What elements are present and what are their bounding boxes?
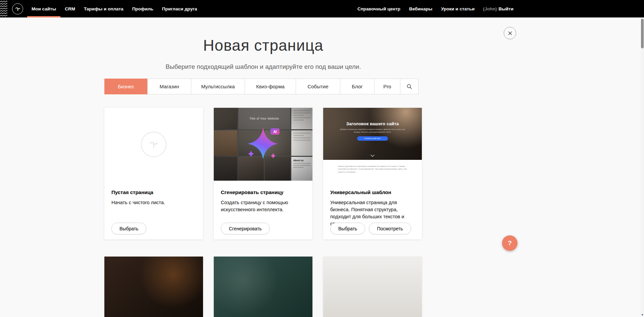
card-actions: Сгенерировать <box>221 223 270 234</box>
tab-pro[interactable]: Pro <box>374 79 400 94</box>
universal-template-preview: Заголовок вашего сайта Добавьте интересн… <box>323 108 422 181</box>
secondary-nav: Справочный центр Вебинары Уроки и статьи… <box>353 0 517 17</box>
card-actions: Выбрать Посмотреть <box>330 223 411 234</box>
choose-button[interactable]: Выбрать <box>330 223 365 234</box>
template-preview-image <box>214 257 312 317</box>
new-page-dialog: Новая страница Выберите подходящий шабло… <box>104 17 422 317</box>
nav-help-center[interactable]: Справочный центр <box>353 6 405 11</box>
generate-button[interactable]: Сгенерировать <box>221 223 270 234</box>
preview-hero-text: Добавьте интересные подробности о вашей … <box>337 128 408 133</box>
nav-invite-friend[interactable]: Пригласи друга <box>158 0 201 17</box>
preview-hero: Заголовок вашего сайта Добавьте интересн… <box>323 108 422 160</box>
ai-generate-preview: Title of Your Website About us <box>214 108 312 181</box>
choose-button[interactable]: Выбрать <box>111 223 146 234</box>
template-preview-image <box>104 257 203 317</box>
card-universal-template: Заголовок вашего сайта Добавьте интересн… <box>323 108 422 239</box>
primary-nav: Мои сайты CRM Тарифы и оплата Профиль Пр… <box>27 0 201 17</box>
card-description: Создать страницу с помощью искусственног… <box>221 199 305 213</box>
help-button[interactable]: ? <box>502 235 517 251</box>
ai-badge: AI <box>270 128 280 135</box>
chevron-down-icon <box>370 152 375 158</box>
tilda-watermark-icon <box>147 138 160 151</box>
card-title: Универсальный шаблон <box>330 189 415 195</box>
template-card-partial <box>104 257 203 317</box>
template-cards-row-1: Пустая страница Начать с чистого листа. … <box>104 108 422 239</box>
template-preview-image <box>323 257 422 317</box>
scrollbar[interactable]: ▼ <box>641 0 644 317</box>
svg-text:AI: AI <box>274 130 277 133</box>
preview-button[interactable]: Посмотреть <box>369 223 411 234</box>
page-subtitle: Выберите подходящий шаблон и адаптируйте… <box>104 63 422 71</box>
preview-hero-button: Основное действие <box>357 136 388 141</box>
tab-store[interactable]: Магазин <box>147 79 191 94</box>
blank-page-preview <box>104 108 203 181</box>
nav-lessons-articles[interactable]: Уроки и статьи <box>437 6 479 11</box>
preview-hero-title: Заголовок вашего сайта <box>346 121 399 126</box>
card-description: Начать с чистого листа. <box>111 199 196 206</box>
ai-sparkle-icon: AI <box>235 119 292 170</box>
preview-about-text: Коротко представьтесь и расскажите о ком… <box>338 165 407 181</box>
page-title: Новая страница <box>104 36 422 54</box>
close-button[interactable] <box>504 27 516 39</box>
template-cards-row-2 <box>104 257 422 317</box>
nav-profile[interactable]: Профиль <box>128 0 158 17</box>
card-title: Пустая страница <box>111 189 196 195</box>
preview-about-section: Коротко представьтесь и расскажите о ком… <box>323 160 422 181</box>
scroll-down-arrow-icon[interactable]: ▼ <box>641 313 644 317</box>
card-title: Сгенерировать страницу <box>221 189 305 195</box>
search-icon <box>407 84 412 89</box>
blank-watermark <box>104 108 203 181</box>
template-category-tabs: Бизнес Магазин Мультиссылка Квиз-форма С… <box>104 79 422 94</box>
tab-blog[interactable]: Блог <box>340 79 375 94</box>
tilda-logo-icon <box>15 6 21 12</box>
nav-my-sites[interactable]: Мои сайты <box>27 0 60 17</box>
template-card-partial <box>323 257 422 317</box>
nav-tariffs-payment[interactable]: Тарифы и оплата <box>80 0 128 17</box>
tab-quiz-form[interactable]: Квиз-форма <box>245 79 296 94</box>
card-actions: Выбрать <box>111 223 146 234</box>
tilda-watermark-circle <box>141 132 166 157</box>
tab-multilink[interactable]: Мультиссылка <box>191 79 245 94</box>
tab-event[interactable]: Событие <box>296 79 340 94</box>
card-blank-page: Пустая страница Начать с чистого листа. … <box>104 108 203 239</box>
user-name: (John) <box>483 6 497 11</box>
nav-webinars[interactable]: Вебинары <box>405 6 437 11</box>
tab-search[interactable] <box>400 79 418 94</box>
top-navbar: Мои сайты CRM Тарифы и оплата Профиль Пр… <box>0 0 644 17</box>
scrollbar-thumb[interactable] <box>641 19 644 48</box>
tab-business[interactable]: Бизнес <box>104 79 148 94</box>
card-ai-generate: Title of Your Website About us <box>214 108 312 239</box>
user-chunk: (John) Выйти <box>479 6 517 11</box>
nav-crm[interactable]: CRM <box>60 0 80 17</box>
tilda-logo[interactable] <box>12 3 23 14</box>
close-icon <box>508 31 512 36</box>
tilda-pattern-decoration <box>0 0 7 17</box>
logout-link[interactable]: Выйти <box>499 6 514 11</box>
template-card-partial <box>214 257 312 317</box>
